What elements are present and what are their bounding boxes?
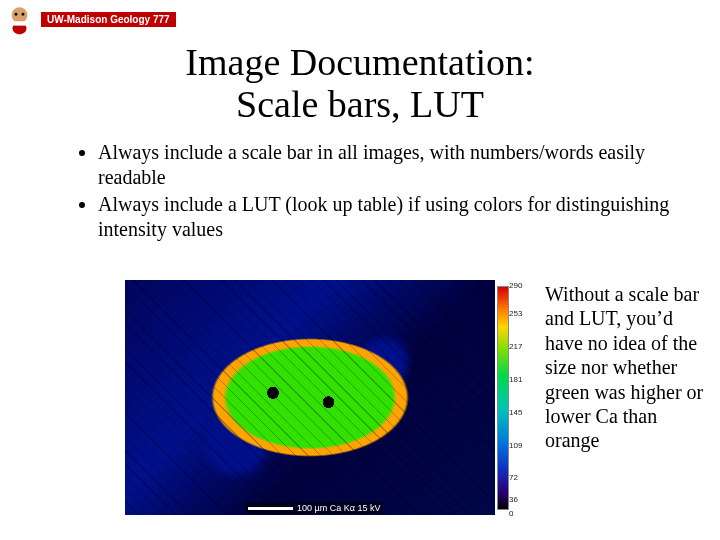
intensity-map	[125, 280, 495, 515]
lut-gradient	[497, 286, 509, 510]
lut-tick: 36	[509, 494, 518, 503]
svg-point-4	[22, 13, 25, 16]
lut-tick: 72	[509, 473, 518, 482]
lut-tick: 290	[509, 280, 522, 289]
scale-bar: 100 µm Ca Kα 15 kV	[245, 502, 383, 514]
title-line-1: Image Documentation:	[185, 41, 534, 83]
slide-title: Image Documentation: Scale bars, LUT	[0, 42, 720, 126]
scale-bar-line	[248, 507, 293, 510]
lut-tick: 217	[509, 341, 522, 350]
course-chip: UW-Madison Geology 777	[41, 12, 176, 27]
figure: 100 µm Ca Kα 15 kV 290 253 217 181 145 1…	[125, 280, 515, 530]
bullet-item: Always include a LUT (look up table) if …	[98, 192, 670, 242]
scale-bar-text: 100 µm Ca Kα 15 kV	[297, 503, 380, 513]
course-header: UW-Madison Geology 777	[2, 2, 176, 37]
svg-rect-2	[11, 21, 29, 25]
lut-tick: 145	[509, 407, 522, 416]
figure-caption: Without a scale bar and LUT, you’d have …	[545, 282, 705, 453]
svg-point-3	[15, 13, 18, 16]
lut-tick: 0	[509, 508, 513, 517]
lut-colorbar: 290 253 217 181 145 109 72 36 0	[497, 280, 513, 515]
title-line-2: Scale bars, LUT	[236, 83, 484, 125]
bullet-item: Always include a scale bar in all images…	[98, 140, 670, 190]
svg-point-0	[12, 7, 28, 23]
mascot-icon	[2, 2, 37, 37]
bullet-list: Always include a scale bar in all images…	[80, 140, 670, 242]
lut-tick: 253	[509, 308, 522, 317]
lut-tick: 181	[509, 374, 522, 383]
lut-tick: 109	[509, 440, 522, 449]
